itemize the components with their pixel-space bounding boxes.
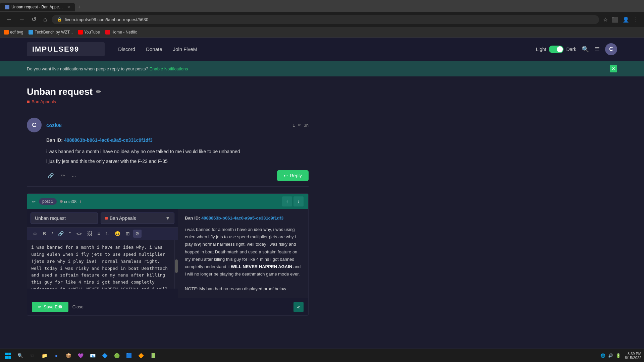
url-text: fivem.impulse99.com/t/unban-request/5630 xyxy=(65,17,148,22)
profile-icon[interactable]: 👤 xyxy=(621,15,631,24)
reply-button[interactable]: ↩ Reply xyxy=(277,170,309,181)
hamburger-menu-button[interactable]: ☰ xyxy=(594,46,600,53)
expand-up-button[interactable]: ↑ xyxy=(282,196,292,206)
svg-rect-2 xyxy=(5,356,8,359)
taskbar-app4-icon[interactable]: 🔷 xyxy=(99,350,110,361)
start-button[interactable] xyxy=(3,350,13,361)
toolbar-image-btn[interactable]: 🖼 xyxy=(85,230,94,238)
collapse-panel-button[interactable]: « xyxy=(293,302,304,312)
bookmark-youtube[interactable]: YouTube xyxy=(78,30,100,35)
tab-close-icon[interactable]: ✕ xyxy=(67,5,70,9)
editor-textarea[interactable]: i was banned for a month i have an idea … xyxy=(27,240,174,289)
post-actions: 🔗 ✏ ··· ↩ Reply xyxy=(46,170,309,181)
edit-panel: ✏ post 1 cozi08 ℹ ↑ ↓ xyxy=(27,193,309,316)
breadcrumb-category[interactable]: Ban Appeals xyxy=(32,99,56,104)
back-button[interactable]: ← xyxy=(4,15,14,24)
taskbar-app8-icon[interactable]: 📗 xyxy=(148,350,158,361)
bookmark-edf-label: edf bvg xyxy=(10,30,23,35)
user-avatar[interactable]: C xyxy=(605,43,617,55)
bookmark-techbench[interactable]: TechBench by WZT... xyxy=(29,30,72,35)
edit-post-button[interactable]: ✏ xyxy=(59,171,66,180)
title-edit-icon[interactable]: ✏ xyxy=(96,88,101,96)
toolbar-settings-btn[interactable]: ⚙ xyxy=(133,230,142,238)
taskbar-app1-icon[interactable]: 📦 xyxy=(63,350,74,361)
clock-display[interactable]: 8:39 PM 8/15/2022 xyxy=(625,352,641,360)
breadcrumb: Ban Appeals xyxy=(27,99,309,104)
toolbar-table-btn[interactable]: ⊞ xyxy=(124,230,132,238)
toolbar-bold-btn[interactable]: B xyxy=(41,230,48,238)
copy-link-button[interactable]: 🔗 xyxy=(46,171,55,180)
post-card: C cozi08 1 ✏ 3h Ban ID: 4088863b-b061-4a… xyxy=(27,112,309,187)
bookmark-techbench-label: TechBench by WZT... xyxy=(35,30,72,35)
toolbar-blockquote-btn[interactable]: " xyxy=(67,230,73,238)
nav-discord[interactable]: Discord xyxy=(118,46,135,52)
toolbar-code-btn[interactable]: <> xyxy=(74,230,84,238)
taskbar-app2-icon[interactable]: 💜 xyxy=(75,350,86,361)
taskbar-taskview-icon[interactable]: ⧉ xyxy=(27,350,38,361)
category-select[interactable]: Ban Appeals ▼ xyxy=(101,213,174,224)
editor-scrollbar xyxy=(174,240,178,289)
edit-panel-header: ✏ post 1 cozi08 ℹ ↑ ↓ xyxy=(27,194,308,209)
toolbar-emoji2-btn[interactable]: 😀 xyxy=(113,230,122,238)
taskbar-app7-icon[interactable]: 🔶 xyxy=(136,350,146,361)
post-title-input[interactable] xyxy=(31,213,98,224)
browser-action-buttons: ☆ ⬛ 👤 ⋮ xyxy=(602,15,640,24)
edit-panel-edit-icon: ✏ xyxy=(32,199,36,204)
expand-down-button[interactable]: ↓ xyxy=(293,196,304,206)
toolbar-emoji-btn[interactable]: ☺ xyxy=(31,230,39,238)
post-header: C cozi08 1 ✏ 3h xyxy=(27,118,309,132)
browser-menu-icon[interactable]: ⋮ xyxy=(632,15,640,24)
author-username[interactable]: cozi08 xyxy=(46,122,62,128)
address-bar[interactable]: 🔒 fivem.impulse99.com/t/unban-request/56… xyxy=(52,15,599,24)
toolbar-italic-btn[interactable]: I xyxy=(49,230,55,238)
search-button[interactable]: 🔍 xyxy=(582,46,589,53)
taskbar-chrome-icon[interactable]: ● xyxy=(51,350,62,361)
post-body: Ban ID: 4088863b-b061-4ac0-a9a5-ce331c9f… xyxy=(46,136,309,165)
theme-dark-label: Dark xyxy=(566,47,576,52)
ban-id-value[interactable]: 4088863b-b061-4ac0-a9a5-ce331c9f1df3 xyxy=(64,137,153,143)
browser-window: Unban request - Ban Appeals - ... ✕ + ← … xyxy=(0,0,644,38)
theme-switch[interactable] xyxy=(549,46,564,53)
bookmark-icon[interactable]: ☆ xyxy=(602,15,609,24)
bookmark-netflix[interactable]: Home - Netflix xyxy=(105,30,137,35)
taskbar-app3-icon[interactable]: 📧 xyxy=(87,350,98,361)
editor-scrollbar-thumb[interactable] xyxy=(175,259,178,273)
toggle-knob xyxy=(557,46,563,52)
new-tab-button[interactable]: + xyxy=(75,3,83,11)
ban-id-label: Ban ID: xyxy=(46,137,63,143)
toolbar-olist-btn[interactable]: 1. xyxy=(103,230,111,238)
post-tag: post 1 xyxy=(39,198,57,205)
taskbar-app5-icon[interactable]: 🟢 xyxy=(111,350,122,361)
taskbar-search-icon[interactable]: 🔍 xyxy=(15,350,25,361)
toolbar-ulist-btn[interactable]: ≡ xyxy=(95,230,102,238)
enable-notifications-link[interactable]: Enable Notifications xyxy=(150,66,188,71)
toolbar-link-btn[interactable]: 🔗 xyxy=(56,230,66,238)
home-button[interactable]: ⌂ xyxy=(41,15,49,24)
more-options-button[interactable]: ··· xyxy=(70,172,77,180)
site-logo[interactable]: IMPULSE99 xyxy=(27,42,105,56)
battery-icon[interactable]: 🔋 xyxy=(616,353,621,358)
volume-icon[interactable]: 🔊 xyxy=(608,353,613,358)
close-edit-button[interactable]: Close xyxy=(72,304,84,309)
taskbar-app6-icon[interactable]: 🟦 xyxy=(123,350,134,361)
save-edit-button[interactable]: ✏ Save Edit xyxy=(32,302,68,312)
theme-toggle[interactable]: Light Dark xyxy=(536,46,576,53)
nav-joinfivem[interactable]: Join FiveM xyxy=(173,46,198,52)
active-tab[interactable]: Unban request - Ban Appeals - ... ✕ xyxy=(0,3,75,11)
notification-close-button[interactable]: ✕ xyxy=(610,65,617,72)
nav-donate[interactable]: Donate xyxy=(146,46,162,52)
theme-light-label: Light xyxy=(536,47,546,52)
bookmark-edf-bvg[interactable]: edf bvg xyxy=(4,30,23,35)
preview-ban-id-value[interactable]: 4088863b-b061-4ac0-a9a5-ce331c9f1df3 xyxy=(201,216,283,221)
taskbar-explorer-icon[interactable]: 📁 xyxy=(39,350,50,361)
notification-bar: Do you want live notifications when peop… xyxy=(0,61,644,76)
extensions-icon[interactable]: ⬛ xyxy=(610,15,620,24)
forward-button[interactable]: → xyxy=(17,15,27,24)
nav-right-controls: Light Dark 🔍 ☰ C xyxy=(536,43,617,55)
svg-rect-1 xyxy=(8,353,11,355)
post-author-avatar[interactable]: C xyxy=(27,118,42,132)
info-icon[interactable]: ℹ xyxy=(80,199,82,204)
network-icon[interactable]: 🌐 xyxy=(600,353,605,358)
edit-user-tag: cozi08 xyxy=(60,199,77,204)
reload-button[interactable]: ↺ xyxy=(30,15,39,24)
